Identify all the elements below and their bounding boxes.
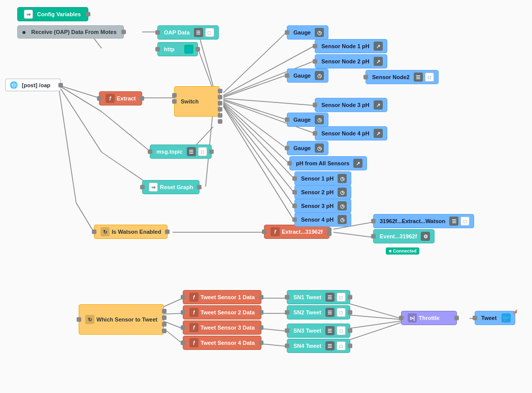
which-port-4 bbox=[162, 329, 167, 333]
func-icon6: f bbox=[189, 338, 198, 347]
oap-data-node[interactable]: OAP Data ☰ □ bbox=[157, 25, 219, 40]
tweet-sn3-label: Tweet Sensor 3 Data bbox=[198, 325, 257, 331]
list-icon2[interactable]: ☰ bbox=[187, 147, 196, 156]
list-icon4[interactable]: ☰ bbox=[414, 73, 423, 82]
sn2tweet-port-in bbox=[285, 310, 289, 315]
tweet-node[interactable]: Tweet 🐦 bbox=[475, 311, 515, 325]
tweet-sn2-node[interactable]: f Tweet Sensor 2 Data bbox=[183, 305, 261, 319]
arrow-icon: ⇒ bbox=[149, 183, 158, 192]
sn4tweet-port-out bbox=[348, 344, 352, 348]
sensor3-ph2-node[interactable]: Sensor 3 pH ◷ bbox=[294, 199, 351, 213]
list-icon8[interactable]: ☰ bbox=[325, 341, 335, 350]
sensor2-ph-node[interactable]: Sensor Node 2 pH ↗ bbox=[315, 54, 387, 68]
msg-topic-node[interactable]: msg.topic ☰ □ bbox=[150, 145, 212, 159]
list-icon3[interactable]: ☰ bbox=[449, 217, 458, 226]
square-icon5[interactable]: □ bbox=[337, 293, 346, 302]
receive-oap-node[interactable]: ● Receive (OAP) Data From Motes bbox=[17, 25, 124, 39]
graph-icon[interactable]: ↗ bbox=[374, 42, 383, 51]
gauge3-node[interactable]: Gauge ◷ bbox=[287, 113, 328, 127]
extract-31962f-node[interactable]: f Extract...31962f bbox=[264, 225, 329, 239]
graph-icon3[interactable]: ↗ bbox=[374, 100, 383, 110]
svg-line-12 bbox=[223, 98, 315, 105]
which-sensor-label: Which Sensor to Tweet bbox=[94, 316, 159, 323]
extract-port-out bbox=[140, 96, 144, 101]
config-variables-node[interactable]: ⇒ Config Variables bbox=[17, 7, 88, 21]
sn2-tweet-node[interactable]: SN2 Tweet ☰ □ bbox=[287, 305, 350, 319]
http-label: http bbox=[162, 46, 182, 52]
tsn1-port-in bbox=[181, 295, 185, 300]
square-icon4[interactable]: □ bbox=[425, 73, 434, 82]
sensor1-ph2-node[interactable]: Sensor 1 pH ◷ bbox=[294, 171, 351, 186]
watson-extract-node[interactable]: 31962f...Extract...Watson ☰ □ bbox=[373, 214, 474, 228]
ph-all-node[interactable]: pH from All Sensors ↗ bbox=[289, 156, 367, 170]
tweet-sn3-node[interactable]: f Tweet Sensor 3 Data bbox=[183, 320, 261, 335]
sensor3-ph-node[interactable]: Sensor Node 3 pH ↗ bbox=[315, 98, 387, 112]
globe-icon[interactable]: 🌐 bbox=[184, 45, 193, 54]
svg-line-8 bbox=[223, 32, 287, 93]
tsn2-port-in bbox=[181, 310, 185, 315]
post-oap-node[interactable]: 🌐 [post] /oap bbox=[5, 79, 61, 91]
gauge-icon2: ◷ bbox=[315, 71, 324, 80]
list-icon6[interactable]: ☰ bbox=[325, 308, 335, 317]
gauge-icon4: ◷ bbox=[315, 144, 324, 153]
sn1tweet-port-in bbox=[285, 295, 289, 300]
reset-port-in bbox=[140, 185, 145, 190]
gear-icon[interactable]: ⚙ bbox=[421, 232, 430, 241]
throttle-node[interactable]: ⊳| Throttle bbox=[401, 311, 457, 325]
sensor1-ph-node[interactable]: Sensor Node 1 pH ↗ bbox=[315, 39, 387, 53]
http-node[interactable]: http 🌐 bbox=[157, 42, 198, 56]
switch-port-in2 bbox=[172, 93, 177, 98]
svg-line-33 bbox=[261, 329, 287, 331]
graph-icon2[interactable]: ↗ bbox=[374, 57, 383, 66]
event-31962f-node[interactable]: Event...31962f ⚙ bbox=[373, 229, 435, 243]
tsn3-port-out bbox=[259, 326, 263, 330]
square-icon2[interactable]: □ bbox=[198, 147, 207, 156]
svg-line-40 bbox=[198, 32, 213, 86]
gauge4-node[interactable]: Gauge ◷ bbox=[287, 141, 328, 155]
extract-node[interactable]: f Extract bbox=[99, 91, 142, 105]
receive-oap-label: Receive (OAP) Data From Motes bbox=[29, 29, 119, 35]
switch-label: Switch bbox=[179, 98, 215, 104]
square-icon6[interactable]: □ bbox=[337, 308, 346, 317]
square-icon7[interactable]: □ bbox=[337, 326, 346, 335]
sensor4-ph2-node[interactable]: Sensor 4 pH ◷ bbox=[294, 212, 351, 227]
sensor4-ph2-label: Sensor 4 pH bbox=[299, 217, 336, 223]
sensor4-ph-node[interactable]: Sensor Node 4 pH ↗ bbox=[315, 126, 387, 140]
svg-line-13 bbox=[223, 99, 287, 120]
sensor3-ph2-label: Sensor 3 pH bbox=[299, 203, 336, 209]
square-icon[interactable]: □ bbox=[205, 28, 214, 37]
which-sensor-node[interactable]: ↻ Which Sensor to Tweet bbox=[79, 304, 164, 335]
square-icon8[interactable]: □ bbox=[337, 341, 346, 350]
sensor-node2-node[interactable]: Sensor Node2 ☰ □ bbox=[365, 70, 439, 84]
sn4-tweet-node[interactable]: SN4 Tweet ☰ □ bbox=[287, 339, 350, 353]
reset-graph-label: Reset Graph bbox=[158, 184, 195, 190]
switch-node[interactable]: Switch bbox=[174, 86, 220, 117]
tweet-sn1-node[interactable]: f Tweet Sensor 1 Data bbox=[183, 290, 261, 304]
graph-icon4[interactable]: ↗ bbox=[374, 129, 383, 138]
tsn2-port-out bbox=[259, 310, 263, 315]
phall-port-in bbox=[287, 161, 292, 166]
s2ph2-port-in bbox=[292, 190, 297, 195]
svg-line-6 bbox=[58, 85, 102, 152]
config-variables-label: Config Variables bbox=[35, 11, 84, 17]
sn3-tweet-node[interactable]: SN3 Tweet ☰ □ bbox=[287, 324, 350, 338]
tweet-sn4-label: Tweet Sensor 4 Data bbox=[198, 340, 257, 346]
sn1-tweet-node[interactable]: SN1 Tweet ☰ □ bbox=[287, 290, 350, 304]
graph-icon5[interactable]: ↗ bbox=[353, 159, 362, 168]
sensor2-ph2-node[interactable]: Sensor 2 pH ◷ bbox=[294, 185, 351, 199]
square-icon3[interactable]: □ bbox=[460, 217, 470, 226]
tweet-sn4-node[interactable]: f Tweet Sensor 4 Data bbox=[183, 336, 261, 350]
s3ph2-port-in bbox=[292, 204, 297, 208]
svg-line-22 bbox=[58, 85, 76, 203]
sn1tweet-port-out bbox=[348, 295, 352, 300]
list-icon[interactable]: ☰ bbox=[194, 28, 203, 37]
reset-graph-node[interactable]: ⇒ Reset Graph bbox=[142, 180, 200, 194]
svg-line-34 bbox=[261, 344, 287, 346]
watson-port-out bbox=[165, 230, 170, 234]
list-icon7[interactable]: ☰ bbox=[325, 326, 335, 335]
watson-port-in bbox=[92, 230, 96, 234]
list-icon5[interactable]: ☰ bbox=[325, 293, 335, 302]
gauge2-node[interactable]: Gauge ◷ bbox=[287, 68, 328, 83]
is-watson-node[interactable]: ↻ Is Watson Enabled bbox=[94, 225, 168, 239]
gauge1-node[interactable]: Gauge ◷ bbox=[287, 25, 328, 40]
